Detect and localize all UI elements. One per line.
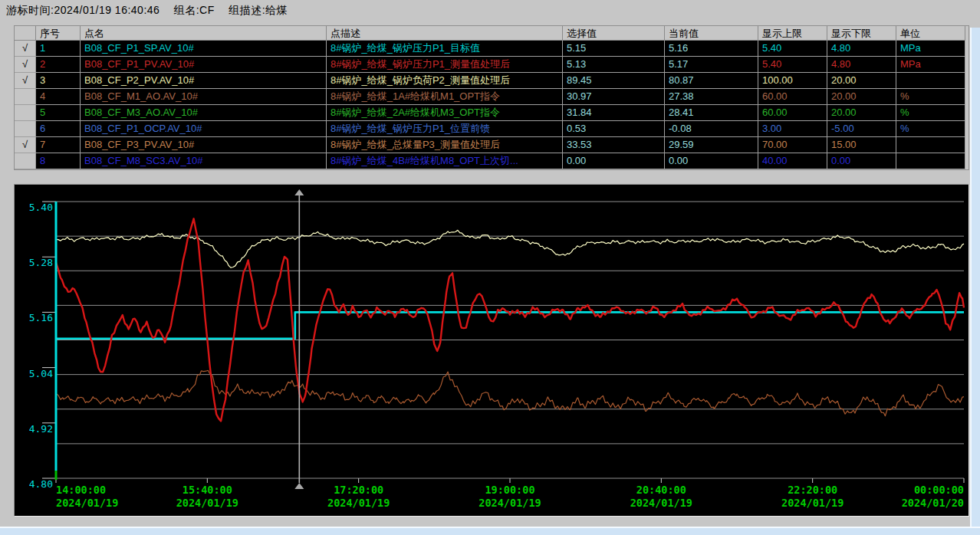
table-row[interactable]: √2B08_CF_P1_PV.AV_10#8#锅炉_给煤_锅炉压力P1_测量值处… (15, 57, 968, 73)
table-row[interactable]: 8B08_CF_M8_SC3.AV_10#8#锅炉_给煤_4B#给煤机M8_OP… (15, 153, 968, 169)
cursor-handle-bottom[interactable] (294, 483, 304, 489)
cell-point-name: B08_CF_M8_SC3.AV_10# (81, 153, 327, 169)
cell-point-name: B08_CF_P2_PV.AV_10# (81, 73, 327, 89)
x-axis-label: 15:40:00 (183, 484, 232, 496)
cell-selected-value: 5.15 (563, 41, 665, 57)
row-checkbox[interactable]: √ (15, 137, 36, 153)
y-axis-label: 5.40 (29, 202, 53, 213)
group-desc-label: 组描述:给煤 (229, 4, 288, 16)
cell-unit: MPa (896, 41, 965, 57)
x-axis-label: 22:20:00 (788, 484, 837, 496)
cell-seq: 7 (36, 137, 81, 153)
cell-seq: 2 (36, 57, 81, 73)
cell-display-upper-limit: 40.00 (758, 153, 827, 169)
y-axis-label: 4.92 (29, 423, 53, 435)
table-row[interactable]: √1B08_CF_P1_SP.AV_10#8#锅炉_给煤_锅炉压力P1_目标值5… (15, 41, 968, 57)
cursor-time-label: 游标时间:2024/01/19 16:40:46 (6, 4, 159, 16)
row-checkbox[interactable]: √ (15, 57, 36, 73)
column-header-4: 选择值 (563, 26, 665, 41)
cell-point-name: B08_CF_M3_AO.AV_10# (81, 105, 327, 121)
trend-chart-panel: 5.405.285.165.044.924.8014:00:002024/01/… (14, 184, 969, 517)
table-row[interactable]: 4B08_CF_M1_AO.AV_10#8#锅炉_给煤_1A#给煤机M1_OPT… (15, 89, 968, 105)
x-axis-label: 20:40:00 (636, 484, 686, 496)
cell-selected-value: 33.53 (563, 137, 665, 153)
cell-current-value: -0.08 (665, 121, 758, 137)
info-line: 游标时间:2024/01/19 16:40:46 组名:CF 组描述:给煤 (6, 4, 298, 18)
cell-display-upper-limit: 3.00 (758, 121, 827, 137)
table-body: √1B08_CF_P1_SP.AV_10#8#锅炉_给煤_锅炉压力P1_目标值5… (15, 41, 968, 169)
x-axis-label: 2024/01/19 (781, 497, 844, 509)
cell-point-desc: 8#锅炉_给煤_锅炉压力P1_目标值 (327, 41, 563, 57)
y-axis-label: 5.04 (29, 368, 53, 379)
cell-seq: 5 (36, 105, 81, 121)
cell-display-upper-limit: 60.00 (758, 89, 827, 105)
cell-seq: 4 (36, 89, 81, 105)
trend-viewer-window: { "header": { "cursor_time_label": "游标时间… (0, 0, 980, 535)
cell-point-name: B08_CF_M1_AO.AV_10# (81, 89, 327, 105)
row-checkbox[interactable] (15, 121, 36, 137)
column-header-1: 序号 (36, 26, 81, 41)
column-header-5: 当前值 (665, 26, 758, 41)
cell-unit (896, 153, 965, 169)
cell-seq: 3 (36, 73, 81, 89)
row-checkbox[interactable]: √ (15, 41, 36, 57)
x-axis-label: 2024/01/19 (327, 497, 390, 509)
cell-point-desc: 8#锅炉_给煤_2A#给煤机M3_OPT指令 (327, 105, 563, 121)
cursor-handle-top[interactable] (294, 189, 304, 195)
row-checkbox[interactable] (15, 153, 36, 169)
trend-line-b08-cf-p2-pv-av-10- (56, 230, 964, 268)
column-header-8: 单位 (896, 26, 965, 41)
cell-display-upper-limit: 60.00 (758, 105, 827, 121)
x-axis-label: 2024/01/19 (478, 497, 541, 509)
y-axis-label: 5.28 (29, 257, 53, 268)
cell-display-lower-limit: 4.80 (827, 57, 896, 73)
cell-selected-value: 89.45 (563, 73, 665, 89)
cell-unit: % (896, 89, 965, 105)
table-header-row: 序号点名点描述选择值当前值显示上限显示下限单位 (15, 26, 968, 41)
trend-line-b08-cf-p1-sp-av-10- (56, 312, 964, 338)
x-axis-label: 2024/01/19 (176, 497, 238, 509)
cell-display-upper-limit: 100.00 (758, 73, 827, 89)
column-header-0 (15, 26, 36, 41)
cell-unit: MPa (896, 57, 965, 73)
cell-current-value: 5.16 (665, 41, 758, 57)
cell-point-desc: 8#锅炉_给煤_1A#给煤机M1_OPT指令 (327, 89, 563, 105)
x-axis-label: 00:00:00 (914, 484, 964, 496)
cell-selected-value: 31.84 (563, 105, 665, 121)
cell-seq: 1 (36, 41, 81, 57)
table-row[interactable]: √3B08_CF_P2_PV.AV_10#8#锅炉_给煤_锅炉负荷P2_测量值处… (15, 73, 968, 89)
cell-point-name: B08_CF_P1_PV.AV_10# (81, 57, 327, 73)
cell-point-name: B08_CF_P3_PV.AV_10# (81, 137, 327, 153)
trend-line-b08-cf-p1-pv-av-10- (56, 218, 964, 421)
cell-current-value: 0.00 (665, 153, 758, 169)
x-axis-label: 14:00:00 (56, 484, 106, 496)
cell-current-value: 80.87 (665, 73, 758, 89)
cell-display-lower-limit: 0.00 (827, 153, 896, 169)
cell-point-desc: 8#锅炉_给煤_4B#给煤机M8_OPT上次切... (327, 153, 563, 169)
cell-current-value: 5.17 (665, 57, 758, 73)
row-checkbox[interactable] (15, 105, 36, 121)
cell-display-upper-limit: 5.40 (758, 41, 827, 57)
table-row[interactable]: 6B08_CF_P1_OCP.AV_10#8#锅炉_给煤_锅炉压力P1_位置前馈… (15, 121, 968, 137)
cell-display-lower-limit: 4.80 (827, 41, 896, 57)
x-axis-label: 2024/01/19 (56, 497, 118, 509)
cell-seq: 6 (36, 121, 81, 137)
cell-point-desc: 8#锅炉_给煤_锅炉压力P1_位置前馈 (327, 121, 563, 137)
table-row[interactable]: 5B08_CF_M3_AO.AV_10#8#锅炉_给煤_2A#给煤机M3_OPT… (15, 105, 968, 121)
cell-current-value: 29.59 (665, 137, 758, 153)
column-header-3: 点描述 (327, 26, 563, 41)
cell-unit: % (896, 121, 965, 137)
cell-display-lower-limit: -5.00 (827, 121, 896, 137)
x-axis-label: 19:00:00 (485, 484, 534, 496)
row-checkbox[interactable]: √ (15, 73, 36, 89)
cell-display-lower-limit: 15.00 (827, 137, 896, 153)
cell-selected-value: 30.97 (563, 89, 665, 105)
x-axis-label: 2024/01/20 (902, 497, 964, 509)
cell-selected-value: 0.00 (563, 153, 665, 169)
cell-selected-value: 5.13 (563, 57, 665, 73)
x-axis-label: 17:20:00 (334, 484, 383, 496)
column-header-6: 显示上限 (758, 26, 827, 41)
y-axis-label: 5.16 (29, 312, 53, 323)
row-checkbox[interactable] (15, 89, 36, 105)
table-row[interactable]: √7B08_CF_P3_PV.AV_10#8#锅炉_给煤_总煤量P3_测量值处理… (15, 137, 968, 153)
